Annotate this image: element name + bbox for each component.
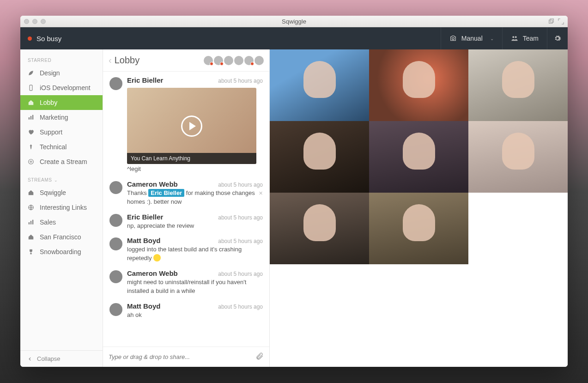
chevron-left-icon — [28, 357, 32, 361]
back-button[interactable]: ‹ — [109, 55, 112, 66]
message-author: Cameron Webb — [127, 180, 178, 188]
heart-icon — [28, 129, 34, 135]
window-title: Sqwiggle — [20, 18, 568, 25]
camera-mode-label: Manual — [461, 35, 483, 42]
status-area[interactable]: So busy — [20, 35, 61, 43]
svg-point-3 — [512, 36, 514, 38]
chevron-down-icon: ⌄ — [490, 36, 494, 41]
compose-bar — [103, 347, 269, 367]
participant-avatars[interactable] — [204, 56, 264, 65]
camera-mode-dropdown[interactable]: Manual ⌄ — [441, 27, 502, 49]
globe-icon — [28, 204, 34, 211]
svg-rect-8 — [32, 115, 33, 120]
message-time: about 5 hours ago — [218, 271, 263, 277]
video-tile[interactable] — [468, 121, 568, 193]
message-time: about 5 hours ago — [218, 182, 263, 188]
video-tile[interactable] — [369, 121, 468, 193]
app-window: Sqwiggle So busy Manual ⌄ Team — [20, 16, 568, 367]
message-text: logged into the latest build and it's cr… — [127, 245, 263, 263]
video-tile[interactable] — [270, 193, 369, 264]
sidebar-item-label: San Francisco — [40, 233, 81, 241]
home-icon — [28, 234, 34, 240]
sidebar-group-streams[interactable]: STREAMS ⌄ — [20, 169, 103, 185]
svg-rect-7 — [30, 116, 31, 120]
avatar[interactable] — [109, 181, 122, 194]
message-text: Thanks Eric Bieller for making those cha… — [127, 189, 263, 207]
sidebar-item-sqwiggle[interactable]: Sqwiggle — [20, 185, 103, 200]
sidebar-item-snowboarding[interactable]: Snowboarding — [20, 244, 103, 259]
message: Matt Boydabout 5 hours ago logged into t… — [109, 237, 263, 263]
sidebar-item-label: Support — [40, 128, 62, 136]
sidebar-item-label: Sqwiggle — [40, 189, 66, 196]
avatar[interactable] — [109, 237, 122, 250]
sidebar-item-ios[interactable]: iOS Development — [20, 80, 103, 95]
sidebar-item-create-stream[interactable]: Create a Stream — [20, 154, 103, 169]
video-tile[interactable] — [369, 49, 468, 121]
avatar[interactable] — [234, 56, 243, 65]
collapse-label: Collapse — [37, 355, 61, 362]
svg-rect-6 — [29, 117, 30, 120]
status-dot-icon — [28, 36, 32, 41]
video-tile[interactable] — [270, 49, 369, 121]
message-author: Eric Bieller — [127, 76, 163, 84]
attachment-icon[interactable] — [255, 352, 264, 362]
dismiss-icon[interactable]: ✕ — [259, 190, 263, 196]
svg-rect-12 — [30, 221, 31, 225]
message: Matt Boydabout 5 hours ago ah ok — [109, 302, 263, 320]
sidebar-item-label: Marketing — [40, 114, 68, 121]
svg-rect-5 — [30, 85, 32, 91]
message: Eric Biellerabout 5 hours ago You Can Le… — [109, 76, 263, 174]
svg-rect-13 — [32, 220, 33, 225]
avatar[interactable] — [255, 56, 264, 65]
message-time: about 5 hours ago — [218, 238, 263, 244]
avatar[interactable] — [204, 56, 213, 65]
sidebar-item-support[interactable]: Support — [20, 125, 103, 140]
compose-input[interactable] — [109, 353, 252, 360]
avatar[interactable] — [214, 56, 223, 65]
chat-panel: ‹ Lobby E — [103, 49, 270, 367]
video-tile[interactable] — [369, 193, 468, 264]
sidebar-group-starred: STARRED — [20, 49, 103, 66]
video-tile[interactable] — [270, 121, 369, 193]
sidebar-item-label: Create a Stream — [40, 158, 87, 165]
sidebar-item-label: iOS Development — [40, 84, 91, 91]
message-text: np, appreciate the review — [127, 222, 263, 231]
message: Cameron Webbabout 5 hours ago might need… — [109, 269, 263, 296]
sidebar-item-links[interactable]: Interesting Links — [20, 200, 103, 215]
sidebar-item-marketing[interactable]: Marketing — [20, 110, 103, 125]
settings-button[interactable] — [547, 27, 568, 49]
mention[interactable]: Eric Bieller — [148, 189, 184, 197]
message-text: ah ok — [127, 311, 263, 320]
avatar[interactable] — [224, 56, 233, 65]
collapse-button[interactable]: Collapse — [20, 350, 103, 367]
team-button[interactable]: Team — [502, 27, 547, 49]
team-icon — [511, 35, 518, 42]
home-icon — [28, 189, 34, 196]
avatar[interactable] — [109, 270, 122, 283]
sidebar-item-sf[interactable]: San Francisco — [20, 230, 103, 244]
leaf-icon — [28, 70, 34, 76]
sidebar-item-technical[interactable]: Technical — [20, 140, 103, 154]
chevron-down-icon: ⌄ — [54, 178, 58, 182]
video-tile[interactable] — [468, 49, 568, 121]
message: ✕ Cameron Webbabout 5 hours ago Thanks E… — [109, 180, 263, 207]
svg-point-2 — [452, 37, 455, 40]
avatar[interactable] — [109, 214, 122, 227]
room-title: Lobby — [115, 55, 140, 66]
sidebar-item-sales[interactable]: Sales — [20, 215, 103, 230]
video-caption: You Can Learn Anything — [127, 153, 256, 164]
avatar[interactable] — [109, 77, 122, 90]
avatar[interactable] — [109, 303, 122, 316]
sidebar-item-label: Interesting Links — [40, 204, 87, 211]
message-author: Cameron Webb — [127, 269, 178, 277]
video-attachment[interactable]: You Can Learn Anything — [127, 88, 256, 164]
message-text: ^legit — [127, 165, 263, 174]
play-icon[interactable] — [181, 116, 202, 137]
messages-list[interactable]: Eric Biellerabout 5 hours ago You Can Le… — [103, 72, 269, 347]
sidebar-item-lobby[interactable]: Lobby — [20, 95, 103, 110]
camera-icon — [449, 35, 457, 42]
sidebar-item-label: Technical — [40, 143, 67, 151]
sidebar-item-design[interactable]: Design — [20, 66, 103, 80]
message-author: Eric Bieller — [127, 213, 163, 221]
avatar[interactable] — [244, 56, 254, 65]
